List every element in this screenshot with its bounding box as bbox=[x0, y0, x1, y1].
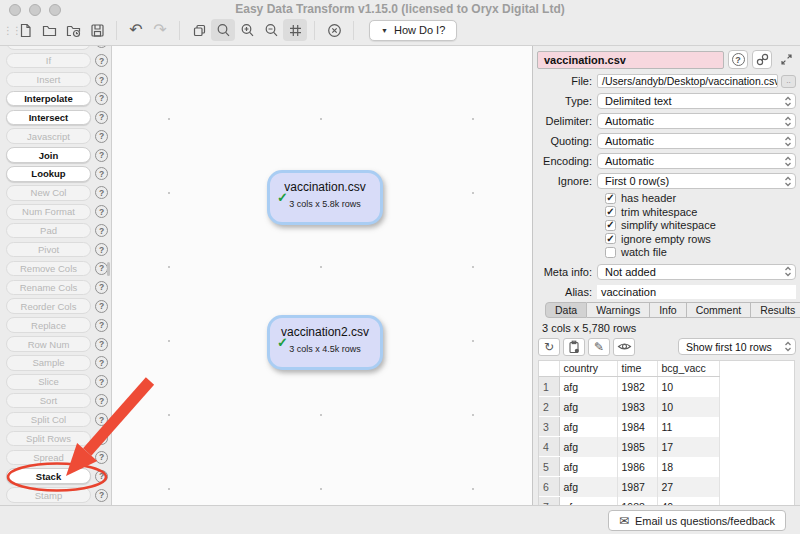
expand-button[interactable] bbox=[776, 50, 796, 69]
ignore-rows-stepper[interactable]: First 0 row(s) bbox=[597, 173, 796, 189]
sidebar-item-remove-cols[interactable]: Remove Cols bbox=[6, 261, 91, 277]
table-cell[interactable]: 11 bbox=[657, 417, 719, 437]
delimiter-select[interactable]: Automatic bbox=[597, 113, 796, 129]
undo-button[interactable]: ↶ bbox=[124, 19, 148, 41]
canvas[interactable]: ✓ vaccination.csv 3 cols x 5.8k rows ✓ v… bbox=[112, 46, 532, 505]
redo-button[interactable]: ↷ bbox=[148, 19, 172, 41]
link-button[interactable] bbox=[752, 50, 772, 69]
sidebar-item-javascript[interactable]: Javascript bbox=[6, 128, 91, 144]
sidebar-item-header[interactable]: Header bbox=[6, 46, 91, 50]
help-icon[interactable]: ? bbox=[95, 46, 108, 48]
table-cell[interactable]: 17 bbox=[657, 437, 719, 457]
table-cell[interactable]: 18 bbox=[657, 457, 719, 477]
node-vaccination2-csv[interactable]: ✓ vaccination2.csv 3 cols x 4.5k rows bbox=[267, 315, 383, 370]
sidebar-item-sort[interactable]: Sort bbox=[6, 393, 91, 409]
encoding-select[interactable]: Automatic bbox=[597, 153, 796, 169]
sidebar-item-new-col[interactable]: New Col bbox=[6, 185, 91, 201]
table-cell[interactable]: 1985 bbox=[617, 437, 657, 457]
help-icon[interactable]: ? bbox=[95, 224, 108, 237]
alias-field[interactable]: vaccination bbox=[597, 285, 796, 299]
table-cell[interactable]: afg bbox=[559, 477, 617, 497]
column-header[interactable]: bcg_vacc bbox=[657, 361, 719, 377]
sidebar-item-split-col[interactable]: Split Col bbox=[6, 412, 91, 428]
sidebar-item-intersect[interactable]: Intersect bbox=[6, 110, 91, 126]
help-icon[interactable]: ? bbox=[95, 281, 108, 294]
toggle-grid-button[interactable] bbox=[283, 19, 307, 41]
tab-data[interactable]: Data bbox=[545, 302, 587, 318]
item-name-field[interactable]: vaccination.csv bbox=[537, 51, 724, 69]
open-file-button[interactable] bbox=[37, 19, 61, 41]
meta-info-select[interactable]: Not added bbox=[597, 264, 796, 280]
new-document-button[interactable] bbox=[13, 19, 37, 41]
sidebar-item-pivot[interactable]: Pivot bbox=[6, 242, 91, 258]
help-icon[interactable]: ? bbox=[95, 489, 108, 502]
help-icon[interactable]: ? bbox=[95, 205, 108, 218]
help-icon[interactable]: ? bbox=[95, 243, 108, 256]
help-icon[interactable]: ? bbox=[95, 451, 108, 464]
help-icon[interactable]: ? bbox=[95, 73, 108, 86]
toolbar-drag-handle-icon[interactable]: ⋮⋮ bbox=[3, 28, 9, 33]
duplicate-button[interactable] bbox=[187, 19, 211, 41]
node-vaccination-csv[interactable]: ✓ vaccination.csv 3 cols x 5.8k rows bbox=[267, 170, 383, 225]
table-cell[interactable]: 27 bbox=[657, 477, 719, 497]
how-do-i-button[interactable]: ▼How Do I? bbox=[369, 20, 457, 41]
help-icon[interactable]: ? bbox=[95, 356, 108, 369]
sidebar-item-row-num[interactable]: Row Num bbox=[6, 336, 91, 352]
sidebar-item-if[interactable]: If bbox=[6, 53, 91, 69]
edit-button[interactable]: ✎ bbox=[588, 338, 610, 356]
table-cell[interactable]: afg bbox=[559, 497, 617, 506]
browse-button[interactable]: .. bbox=[781, 75, 796, 88]
trim-whitespace-checkbox[interactable]: ✓ bbox=[605, 206, 616, 217]
open-recent-button[interactable] bbox=[61, 19, 85, 41]
sidebar-item-stack[interactable]: Stack bbox=[6, 468, 91, 484]
help-icon[interactable]: ? bbox=[95, 338, 108, 351]
type-select[interactable]: Delimited text bbox=[597, 93, 796, 109]
quoting-select[interactable]: Automatic bbox=[597, 133, 796, 149]
sidebar-item-num-format[interactable]: Num Format bbox=[6, 204, 91, 220]
tab-info[interactable]: Info bbox=[650, 302, 687, 318]
sidebar-item-sample[interactable]: Sample bbox=[6, 355, 91, 371]
tab-warnings[interactable]: Warnings bbox=[587, 302, 650, 318]
help-icon[interactable]: ? bbox=[95, 111, 108, 124]
sidebar-item-replace[interactable]: Replace bbox=[6, 317, 91, 333]
copy-to-clipboard-button[interactable] bbox=[563, 338, 585, 356]
tab-results[interactable]: Results bbox=[751, 302, 800, 318]
watch-file-checkbox[interactable] bbox=[605, 247, 616, 258]
help-icon[interactable]: ? bbox=[95, 149, 108, 162]
column-header[interactable]: time bbox=[617, 361, 657, 377]
table-cell[interactable]: 1982 bbox=[617, 377, 657, 397]
table-cell[interactable]: 1988 bbox=[617, 497, 657, 506]
table-cell[interactable]: 1987 bbox=[617, 477, 657, 497]
help-icon[interactable]: ? bbox=[95, 394, 108, 407]
sidebar-item-split-rows[interactable]: Split Rows bbox=[6, 431, 91, 447]
show-rows-select[interactable]: Show first 10 rows bbox=[678, 338, 796, 355]
sidebar-item-pad[interactable]: Pad bbox=[6, 223, 91, 239]
sidebar-item-slice[interactable]: Slice bbox=[6, 374, 91, 390]
column-header[interactable]: country bbox=[559, 361, 617, 377]
help-icon[interactable]: ? bbox=[95, 300, 108, 313]
table-cell[interactable]: afg bbox=[559, 437, 617, 457]
table-cell[interactable]: 1983 bbox=[617, 397, 657, 417]
table-cell[interactable]: 1986 bbox=[617, 457, 657, 477]
sidebar-item-reorder-cols[interactable]: Reorder Cols bbox=[6, 298, 91, 314]
help-icon[interactable]: ? bbox=[95, 92, 108, 105]
file-path-field[interactable]: /Users/andyb/Desktop/vaccination.csv bbox=[597, 74, 778, 88]
table-cell[interactable]: afg bbox=[559, 457, 617, 477]
tab-comment[interactable]: Comment bbox=[687, 302, 752, 318]
table-cell[interactable]: 1984 bbox=[617, 417, 657, 437]
sidebar-item-stamp[interactable]: Stamp bbox=[6, 487, 91, 503]
has-header-checkbox[interactable]: ✓ bbox=[605, 193, 616, 204]
sidebar-item-interpolate[interactable]: Interpolate bbox=[6, 91, 91, 107]
email-feedback-button[interactable]: ✉ Email us questions/feedback bbox=[608, 510, 786, 531]
select-zoom-button[interactable] bbox=[211, 19, 235, 41]
help-icon[interactable]: ? bbox=[95, 54, 108, 67]
help-icon[interactable]: ? bbox=[95, 470, 108, 483]
table-cell[interactable]: afg bbox=[559, 417, 617, 437]
simplify-whitespace-checkbox[interactable]: ✓ bbox=[605, 220, 616, 231]
sidebar-scrollbar[interactable] bbox=[107, 262, 110, 276]
table-cell[interactable]: afg bbox=[559, 397, 617, 417]
zoom-out-button[interactable] bbox=[259, 19, 283, 41]
save-button[interactable] bbox=[85, 19, 109, 41]
help-icon[interactable]: ? bbox=[95, 186, 108, 199]
preview-button[interactable] bbox=[613, 338, 635, 356]
